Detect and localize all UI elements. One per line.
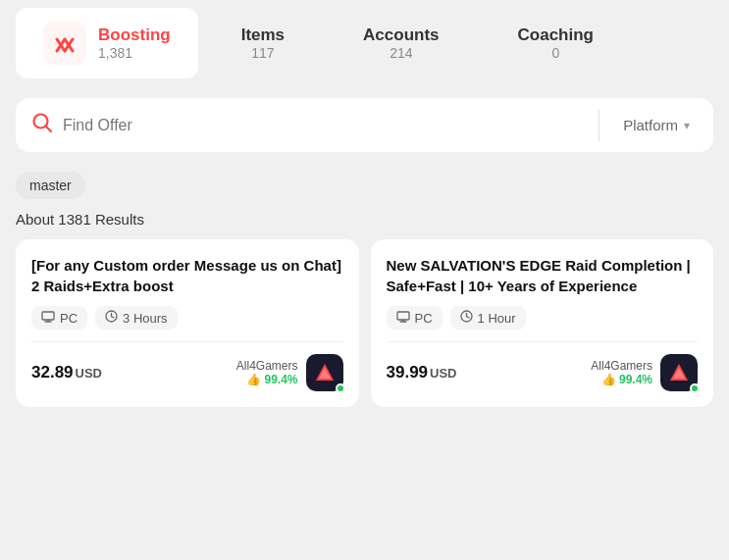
online-indicator [336,383,345,393]
seller-info: All4Gamers 👍 99.4% [591,359,652,386]
card-tag-pc: PC [387,306,443,330]
master-tag[interactable]: master [16,172,85,199]
filter-section: master [0,164,729,203]
accounts-count: 214 [390,45,412,61]
pc-icon [41,311,55,326]
card-tag-time: 3 Hours [95,306,178,330]
pc-icon [396,311,410,326]
search-section: Platform ▾ [0,86,729,164]
boosting-label: Boosting [98,25,171,45]
pc-label: PC [415,311,433,326]
card-divider [387,341,699,342]
svg-line-5 [46,127,52,132]
card-price: 32.89USD [31,363,102,382]
boosting-icon [43,22,86,65]
svg-rect-14 [397,312,409,320]
svg-line-19 [466,317,469,319]
card-seller: All4Gamers 👍 99.4% [591,354,698,391]
seller-name: All4Gamers [591,359,652,373]
pc-label: PC [60,311,78,326]
thumbs-up-icon: 👍 [246,373,261,386]
listing-card[interactable]: [For any Custom order Message us on Chat… [16,239,359,407]
time-label: 3 Hours [123,311,168,326]
items-label: Items [241,25,285,45]
coaching-label: Coaching [518,25,594,45]
card-divider [31,341,343,342]
tab-accounts[interactable]: Accounts 214 [328,0,474,86]
card-tag-time: 1 Hour [450,306,526,330]
seller-avatar [306,354,343,391]
listing-card[interactable]: New SALVATION'S EDGE Raid Completion | S… [371,239,714,407]
clock-icon [105,310,118,326]
platform-dropdown[interactable]: Platform ▾ [599,103,713,147]
seller-rating: 👍 99.4% [601,373,652,386]
online-indicator [690,383,700,393]
card-title: [For any Custom order Message us on Chat… [31,255,343,296]
search-bar: Platform ▾ [16,98,713,152]
items-count: 117 [251,45,274,61]
chevron-down-icon: ▾ [684,119,690,132]
boosting-count: 1,381 [98,45,171,61]
thumbs-up-icon: 👍 [601,373,616,386]
search-input[interactable] [63,117,583,134]
seller-info: All4Gamers 👍 99.4% [236,359,298,386]
clock-icon [460,310,473,326]
search-icon [31,112,53,138]
card-title: New SALVATION'S EDGE Raid Completion | S… [387,255,699,296]
coaching-count: 0 [551,45,559,61]
top-nav: Boosting 1,381 Items 117 Accounts 214 Co… [0,0,729,86]
tab-boosting[interactable]: Boosting 1,381 [16,8,198,78]
card-footer: 39.99USD All4Gamers 👍 99.4% [387,354,699,391]
seller-avatar [660,354,698,391]
card-footer: 32.89USD All4Gamers 👍 99.4% [31,354,343,391]
svg-line-11 [112,317,115,319]
accounts-label: Accounts [363,25,439,45]
cards-grid: [For any Custom order Message us on Chat… [0,239,729,423]
tab-items[interactable]: Items 117 [206,0,320,86]
card-tags: PC 1 Hour [387,306,699,330]
search-input-area [16,98,599,152]
card-price: 39.99USD [387,363,457,382]
card-tag-pc: PC [31,306,87,330]
seller-rating: 👍 99.4% [246,373,297,386]
tab-coaching[interactable]: Coaching 0 [483,0,629,86]
results-count: About 1381 Results [0,203,729,239]
seller-name: All4Gamers [236,359,298,373]
svg-rect-6 [42,312,54,320]
platform-label: Platform [623,117,678,133]
boosting-tab-content: Boosting 1,381 [98,25,171,61]
card-tags: PC 3 Hours [31,306,343,330]
card-seller: All4Gamers 👍 99.4% [236,354,343,391]
time-label: 1 Hour [478,311,516,326]
